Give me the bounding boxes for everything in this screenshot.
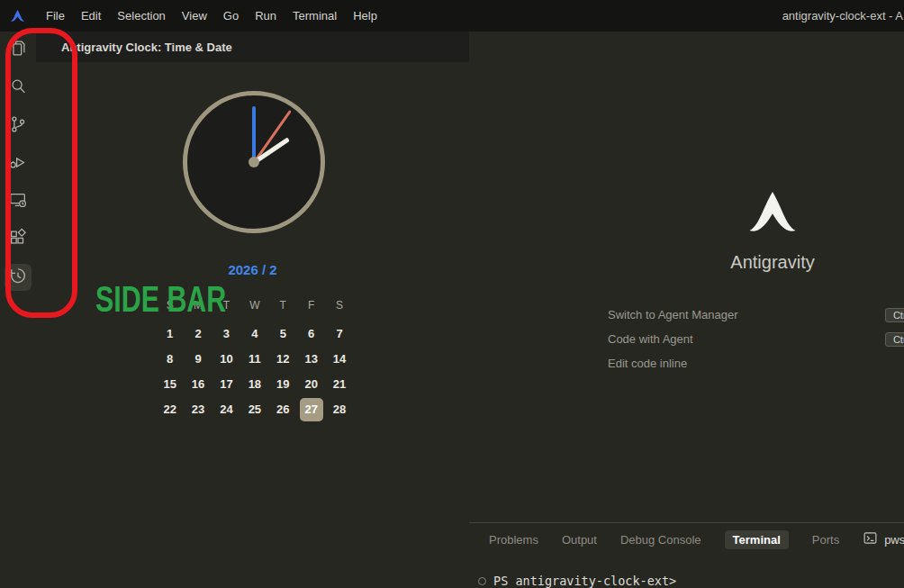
brand-name: Antigravity	[683, 252, 863, 273]
remote-explorer-icon	[8, 190, 28, 213]
clock-center-dot	[249, 157, 259, 167]
calendar-day[interactable]: 22	[156, 397, 184, 422]
calendar-day[interactable]: 18	[240, 372, 268, 397]
calendar-day[interactable]: 15	[156, 372, 184, 397]
calendar-days: 1234567891011121314151617181920212223242…	[156, 321, 354, 422]
calendar-day[interactable]: 1	[156, 321, 184, 347]
menu-bar: FileEditSelectionViewGoRunTerminalHelp	[38, 0, 385, 32]
menu-help[interactable]: Help	[345, 0, 385, 32]
key-badge: Ctrl	[885, 332, 904, 347]
calendar-day[interactable]: 20	[297, 372, 325, 397]
shell-label[interactable]: pwsh	[884, 533, 904, 547]
weekday-cell: F	[297, 296, 325, 314]
calendar-day[interactable]: 5	[269, 321, 297, 347]
antigravity-logo-icon	[746, 188, 799, 235]
weekday-cell: W	[240, 296, 268, 314]
calendar-day[interactable]: 25	[240, 397, 268, 422]
app-logo-icon	[10, 9, 25, 23]
panel-tab-output[interactable]: Output	[562, 533, 597, 547]
explorer-icon	[8, 39, 28, 62]
weekday-cell: T	[212, 296, 240, 314]
calendar-day[interactable]: 13	[297, 347, 325, 372]
calendar-day[interactable]: 12	[269, 347, 297, 372]
terminal-prompt-line[interactable]: PS antigravity-clock-ext>	[478, 574, 676, 588]
calendar-day-selected[interactable]: 27	[300, 398, 323, 421]
calendar-weekdays: SMTWTFS	[156, 296, 354, 314]
activity-item-remote-explorer[interactable]	[5, 188, 32, 215]
menu-terminal[interactable]: Terminal	[285, 0, 345, 32]
weekday-cell: T	[269, 296, 297, 314]
panel-tabs: ProblemsOutputDebug ConsoleTerminalPorts…	[469, 523, 904, 556]
calendar-day[interactable]: 27	[297, 397, 325, 422]
menu-file[interactable]: File	[38, 0, 73, 32]
activity-item-run-and-debug[interactable]	[5, 150, 32, 177]
calendar-day[interactable]: 8	[156, 347, 184, 372]
menu-view[interactable]: View	[174, 0, 215, 32]
calendar-day[interactable]: 28	[325, 397, 353, 422]
calendar-day[interactable]: 16	[184, 372, 212, 397]
activity-item-history[interactable]	[5, 264, 32, 291]
source-control-icon	[8, 114, 28, 138]
menu-run[interactable]: Run	[247, 0, 285, 32]
activity-item-source-control[interactable]	[5, 113, 32, 140]
activity-item-explorer[interactable]	[5, 37, 32, 64]
search-icon	[8, 77, 28, 100]
weekday-cell: S	[156, 296, 184, 314]
weekday-cell: M	[184, 296, 212, 314]
terminal-prompt-text: PS antigravity-clock-ext>	[493, 574, 676, 588]
calendar-day[interactable]: 21	[325, 372, 353, 397]
calendar-day[interactable]: 3	[212, 321, 240, 347]
window-title: antigravity-clock-ext - A	[782, 0, 903, 32]
shortcut-list: Switch to Agent ManagerCtrlCode with Age…	[608, 303, 904, 375]
calendar-day[interactable]: 23	[184, 397, 212, 422]
shortcut-row: Switch to Agent ManagerCtrl	[608, 303, 904, 327]
calendar-day[interactable]: 4	[240, 321, 268, 347]
calendar-day[interactable]: 6	[297, 321, 325, 347]
activity-item-extensions[interactable]	[5, 226, 32, 253]
tab-antigravity-clock[interactable]: Antigravity Clock: Time & Date	[61, 41, 232, 54]
extensions-icon	[8, 228, 28, 251]
panel-tab-debug-console[interactable]: Debug Console	[620, 533, 701, 547]
activity-bar	[0, 32, 36, 588]
minute-hand	[252, 106, 256, 162]
panel-tab-problems[interactable]: Problems	[489, 533, 538, 547]
key-badge: Ctrl	[885, 308, 904, 322]
calendar-day[interactable]: 2	[184, 321, 212, 347]
menu-selection[interactable]: Selection	[109, 0, 173, 32]
history-icon	[8, 266, 28, 289]
weekday-cell: S	[325, 296, 353, 314]
run-debug-icon	[8, 152, 28, 176]
calendar-day[interactable]: 19	[269, 372, 297, 397]
editor-welcome-area: Antigravity Switch to Agent ManagerCtrlC…	[469, 32, 904, 522]
calendar-day[interactable]: 24	[212, 397, 240, 422]
shortcut-label[interactable]: Code with Agent	[608, 332, 693, 346]
menu-go[interactable]: Go	[215, 0, 247, 32]
shortcut-label[interactable]: Edit code inline	[608, 357, 687, 370]
shortcut-row: Edit code inline	[608, 351, 904, 375]
calendar-day[interactable]: 9	[184, 347, 212, 372]
bottom-panel: ProblemsOutputDebug ConsoleTerminalPorts…	[469, 522, 904, 588]
panel-tab-terminal[interactable]: Terminal	[725, 530, 789, 549]
terminal-shell-icon	[863, 530, 878, 549]
calendar-day[interactable]: 10	[212, 347, 240, 372]
calendar-header: 2026 / 2	[36, 262, 469, 277]
activity-item-search[interactable]	[5, 75, 32, 102]
calendar-day[interactable]: 17	[212, 372, 240, 397]
shortcut-row: Code with AgentCtrl	[608, 327, 904, 351]
calendar-day[interactable]: 7	[325, 321, 353, 347]
clock-webview-panel: Antigravity Clock: Time & Date 2026 / 2 …	[36, 32, 469, 588]
title-bar: FileEditSelectionViewGoRunTerminalHelp a…	[0, 0, 904, 32]
panel-right-actions: pwsh +	[863, 530, 904, 549]
calendar-day[interactable]: 11	[240, 347, 268, 372]
clock-face	[183, 91, 325, 233]
second-hand	[253, 110, 291, 163]
shortcut-label[interactable]: Switch to Agent Manager	[608, 308, 738, 321]
editor-tab-strip: Antigravity Clock: Time & Date	[36, 32, 469, 62]
panel-tab-ports[interactable]: Ports	[812, 533, 839, 547]
prompt-status-icon	[478, 577, 486, 585]
menu-edit[interactable]: Edit	[73, 0, 109, 32]
calendar-day[interactable]: 14	[325, 347, 353, 372]
calendar-day[interactable]: 26	[269, 397, 297, 422]
